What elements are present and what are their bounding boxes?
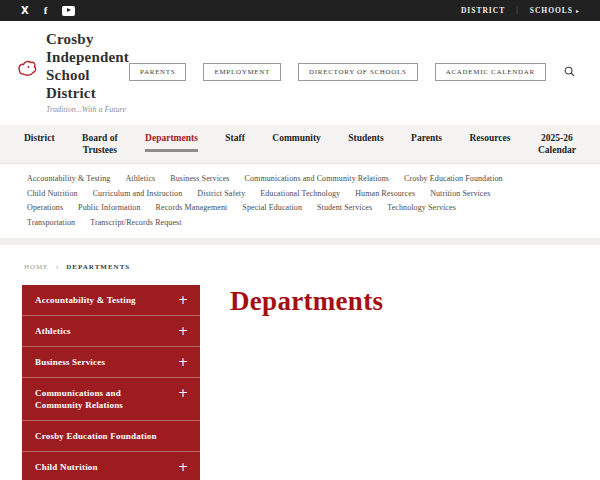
social-links: X f: [21, 5, 75, 16]
subnav-bottom-strip: [0, 238, 600, 245]
subnav-link-technology-services[interactable]: Technology Services: [387, 201, 456, 216]
search-icon: [564, 63, 575, 81]
directory-of-schools-button[interactable]: DIRECTORY OF SCHOOLS: [298, 63, 418, 81]
subnav-link-transportation[interactable]: Transportation: [27, 216, 75, 231]
sidebar-item-label: Communications and Community Relations: [35, 387, 169, 411]
subnav-link-child-nutrition[interactable]: Child Nutrition: [27, 187, 78, 202]
nav-item-label: Departments: [145, 133, 198, 145]
nav-item-departments[interactable]: Departments: [145, 133, 198, 152]
breadcrumb-current: DEPARTMENTS: [66, 263, 130, 271]
subnav-row: Accountability & TestingAthleticsBusines…: [27, 172, 573, 187]
sidebar-item-label: Athletics: [35, 325, 71, 337]
expand-plus-icon[interactable]: +: [178, 294, 188, 306]
subnav-row: OperationsPublic InformationRecords Mana…: [27, 201, 573, 216]
nav-item-label: Resources: [470, 133, 511, 145]
primary-nav: DistrictBoard ofTrusteesDepartmentsStaff…: [0, 125, 600, 164]
subnav-link-nutrition-services[interactable]: Nutrition Services: [430, 187, 490, 202]
sidebar-item-business-services[interactable]: Business Services+: [22, 347, 200, 378]
district-tagline: Tradition...With a Future: [46, 105, 129, 114]
nav-item-label: Calendar: [538, 145, 576, 157]
nav-item-board-of-trustees[interactable]: Board ofTrustees: [82, 133, 118, 156]
page-content: HOME › DEPARTMENTS Accountability & Test…: [0, 245, 600, 480]
nav-item-label: Staff: [225, 133, 245, 145]
sidebar-item-label: Business Services: [35, 356, 105, 368]
district-link[interactable]: DISTRICT: [461, 6, 505, 15]
nav-item-parents[interactable]: Parents: [411, 133, 442, 145]
nav-item-label: Trustees: [82, 145, 118, 157]
subnav-link-district-safety[interactable]: District Safety: [197, 187, 245, 202]
nav-item-label: Students: [348, 133, 383, 145]
breadcrumb-separator-icon: ›: [56, 262, 60, 271]
subnav-link-records-management[interactable]: Records Management: [156, 201, 228, 216]
sidebar-item-accountability-testing[interactable]: Accountability & Testing+: [22, 285, 200, 316]
main-column: Departments: [200, 285, 383, 317]
sidebar-item-athletics[interactable]: Athletics+: [22, 316, 200, 347]
breadcrumb: HOME › DEPARTMENTS: [22, 262, 576, 271]
nav-item-2025-26-calendar[interactable]: 2025-26Calendar: [538, 133, 576, 156]
youtube-icon[interactable]: [62, 6, 75, 16]
facebook-icon[interactable]: f: [44, 5, 48, 16]
subnav-link-curriculum-and-instruction[interactable]: Curriculum and Instruction: [93, 187, 183, 202]
district-name-line: Crosby: [46, 30, 129, 48]
subnav-link-transcript-records-request[interactable]: Transcript/Records Request: [90, 216, 181, 231]
district-brand[interactable]: CrosbyIndependentSchoolDistrict Traditio…: [15, 30, 129, 114]
district-name-line: District: [46, 84, 129, 102]
nav-item-label: District: [24, 133, 55, 145]
breadcrumb-home-link[interactable]: HOME: [24, 263, 49, 271]
nav-item-label: Community: [272, 133, 321, 145]
nav-item-label: Parents: [411, 133, 442, 145]
sidebar-item-crosby-education-foundation[interactable]: Crosby Education Foundation: [22, 421, 200, 452]
top-utility-bar: X f DISTRICT | SCHOOLS▸: [0, 0, 600, 21]
nav-item-label: Board of: [82, 133, 118, 145]
schools-dropdown-label: SCHOOLS: [530, 6, 573, 15]
expand-plus-icon[interactable]: +: [178, 387, 188, 399]
departments-subnav: Accountability & TestingAthleticsBusines…: [0, 164, 600, 238]
parents-button[interactable]: PARENTS: [129, 63, 186, 81]
subnav-link-human-resources[interactable]: Human Resources: [355, 187, 415, 202]
nav-item-students[interactable]: Students: [348, 133, 383, 145]
district-name-line: School: [46, 66, 129, 84]
district-name: CrosbyIndependentSchoolDistrict: [46, 30, 129, 102]
active-nav-underline: [145, 149, 198, 152]
topbar-divider: |: [516, 6, 519, 15]
subnav-row: Child NutritionCurriculum and Instructio…: [27, 187, 573, 202]
expand-plus-icon[interactable]: +: [178, 461, 188, 473]
nav-item-district[interactable]: District: [24, 133, 55, 145]
academic-calendar-button[interactable]: ACADEMIC CALENDAR: [435, 63, 546, 81]
district-name-line: Independent: [46, 48, 129, 66]
subnav-link-communications-and-community-relations[interactable]: Communications and Community Relations: [245, 172, 389, 187]
sidebar-item-label: Accountability & Testing: [35, 294, 136, 306]
subnav-link-crosby-education-foundation[interactable]: Crosby Education Foundation: [404, 172, 503, 187]
expand-plus-icon[interactable]: +: [178, 356, 188, 368]
nav-item-community[interactable]: Community: [272, 133, 321, 145]
sidebar-item-communications-and-community-relations[interactable]: Communications and Community Relations+: [22, 378, 200, 421]
nav-item-label: 2025-26: [538, 133, 576, 145]
nav-item-staff[interactable]: Staff: [225, 133, 245, 145]
sidebar-item-label: Child Nutrition: [35, 461, 98, 473]
site-header: CrosbyIndependentSchoolDistrict Traditio…: [0, 21, 600, 125]
departments-sidebar: Accountability & Testing+Athletics+Busin…: [22, 285, 200, 480]
sidebar-item-child-nutrition[interactable]: Child Nutrition+: [22, 452, 200, 480]
sidebar-item-label: Crosby Education Foundation: [35, 430, 157, 442]
subnav-link-special-education[interactable]: Special Education: [242, 201, 302, 216]
expand-plus-icon[interactable]: +: [178, 325, 188, 337]
chevron-icon: ▸: [576, 7, 580, 14]
subnav-link-athletics[interactable]: Athletics: [125, 172, 155, 187]
subnav-link-public-information[interactable]: Public Information: [78, 201, 140, 216]
subnav-link-student-services[interactable]: Student Services: [317, 201, 372, 216]
subnav-link-operations[interactable]: Operations: [27, 201, 63, 216]
page-title: Departments: [230, 286, 383, 317]
cardinal-logo-icon: [15, 59, 38, 114]
x-icon[interactable]: X: [21, 6, 29, 16]
subnav-link-business-services[interactable]: Business Services: [170, 172, 229, 187]
search-button[interactable]: [564, 63, 575, 81]
schools-dropdown[interactable]: SCHOOLS▸: [530, 6, 580, 15]
subnav-link-accountability-testing[interactable]: Accountability & Testing: [27, 172, 110, 187]
subnav-link-educational-technology[interactable]: Educational Technology: [260, 187, 340, 202]
employment-button[interactable]: EMPLOYMENT: [203, 63, 281, 81]
header-actions: PARENTSEMPLOYMENTDIRECTORY OF SCHOOLSACA…: [129, 63, 546, 81]
subnav-row: TransportationTranscript/Records Request: [27, 216, 573, 231]
nav-item-resources[interactable]: Resources: [470, 133, 511, 145]
